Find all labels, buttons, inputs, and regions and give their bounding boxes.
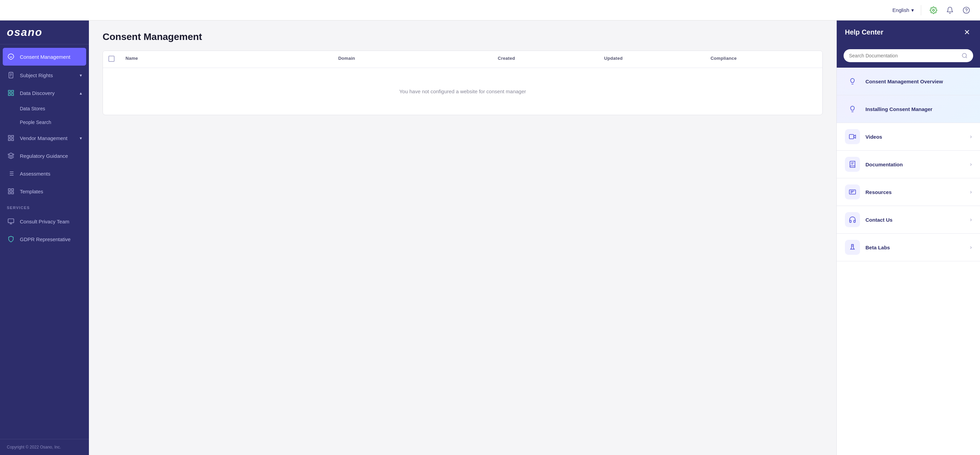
subject-rights-icon — [7, 71, 15, 79]
svg-rect-23 — [8, 189, 11, 191]
name-column: Name — [126, 55, 338, 63]
sidebar-item-regulatory-guidance[interactable]: Regulatory Guidance — [0, 147, 89, 165]
svg-point-35 — [853, 106, 854, 107]
sidebar-item-data-stores[interactable]: Data Stores — [0, 102, 89, 116]
sidebar-item-label: Assessments — [20, 171, 50, 177]
templates-icon — [7, 187, 15, 195]
sidebar-item-label: Templates — [20, 189, 43, 194]
sidebar-item-consent-management[interactable]: Consent Management — [3, 48, 86, 66]
chevron-right-icon: › — [970, 244, 972, 250]
help-item-installing-consent[interactable]: Installing Consent Manager — [837, 95, 980, 123]
notifications-icon[interactable] — [945, 5, 955, 16]
svg-rect-10 — [12, 90, 14, 93]
gdpr-icon — [7, 235, 15, 243]
sidebar-item-label: Vendor Management — [20, 135, 67, 141]
domain-column: Domain — [338, 55, 498, 63]
main-layout: osano Consent Management Subject Rights … — [0, 21, 980, 455]
flask-icon — [845, 240, 860, 255]
chevron-up-icon: ▴ — [80, 90, 82, 96]
regulatory-icon — [7, 152, 15, 160]
svg-rect-9 — [8, 90, 11, 93]
help-item-label: Beta Labs — [865, 244, 965, 250]
sidebar-item-subject-rights[interactable]: Subject Rights ▾ — [0, 66, 89, 84]
sidebar-item-label: Consult Privacy Team — [20, 219, 69, 224]
help-panel: Help Center Consent Management Overview — [836, 21, 980, 455]
assessments-icon — [7, 170, 15, 178]
svg-rect-11 — [8, 94, 11, 96]
sidebar-item-label: Data Discovery — [20, 90, 55, 96]
language-chevron: ▾ — [911, 7, 914, 13]
svg-point-34 — [853, 79, 854, 79]
close-button[interactable] — [962, 27, 972, 37]
search-icon — [961, 52, 968, 59]
data-discovery-icon — [7, 89, 15, 97]
sidebar-item-label: Consent Management — [20, 54, 70, 60]
svg-rect-26 — [12, 192, 14, 194]
search-input[interactable] — [849, 53, 959, 59]
help-title: Help Center — [845, 29, 883, 36]
chevron-right-icon: › — [970, 217, 972, 223]
updated-column: Updated — [604, 55, 711, 63]
help-icon[interactable] — [961, 5, 972, 16]
sidebar-footer: Copyright © 2022 Osano, Inc. — [0, 439, 89, 455]
svg-rect-36 — [850, 135, 854, 139]
chevron-right-icon: › — [970, 161, 972, 167]
help-item-label: Installing Consent Manager — [865, 106, 972, 112]
sidebar-nav: Consent Management Subject Rights ▾ Data… — [0, 44, 89, 439]
help-item-label: Consent Management Overview — [865, 79, 972, 84]
sidebar-item-label: Subject Rights — [20, 73, 53, 78]
lightbulb-icon — [845, 101, 860, 116]
compliance-column: Compliance — [711, 55, 817, 63]
sidebar-item-consult-privacy[interactable]: Consult Privacy Team — [0, 212, 89, 230]
help-item-documentation[interactable]: Documentation › — [837, 151, 980, 178]
help-item-label: Contact Us — [865, 217, 965, 223]
svg-rect-12 — [12, 94, 14, 96]
select-all-checkbox[interactable] — [108, 55, 115, 62]
headset-icon — [845, 212, 860, 227]
svg-rect-14 — [12, 136, 14, 138]
svg-rect-15 — [8, 139, 11, 141]
vendor-icon — [7, 134, 15, 142]
help-item-consent-overview[interactable]: Consent Management Overview — [837, 68, 980, 95]
help-item-resources[interactable]: Resources › — [837, 178, 980, 206]
page-header: Consent Management — [89, 21, 836, 51]
sidebar-item-data-discovery[interactable]: Data Discovery ▴ — [0, 84, 89, 102]
sidebar: osano Consent Management Subject Rights … — [0, 21, 89, 455]
consent-icon — [7, 52, 15, 61]
checkbox-column[interactable] — [108, 55, 126, 63]
search-container[interactable] — [843, 49, 973, 62]
sidebar-item-vendor-management[interactable]: Vendor Management ▾ — [0, 129, 89, 147]
help-item-label: Documentation — [865, 162, 965, 167]
language-label: English — [892, 7, 909, 13]
sidebar-item-people-search[interactable]: People Search — [0, 116, 89, 129]
help-item-label: Resources — [865, 189, 965, 195]
help-search-box — [837, 44, 980, 68]
video-icon — [845, 129, 860, 144]
help-item-contact[interactable]: Contact Us › — [837, 206, 980, 234]
sidebar-item-label: GDPR Representative — [20, 236, 70, 242]
header-icons — [928, 5, 972, 16]
top-header: English ▾ — [0, 0, 980, 21]
svg-point-32 — [962, 53, 966, 57]
svg-rect-25 — [8, 192, 11, 194]
page-title: Consent Management — [103, 32, 823, 42]
chevron-down-icon: ▾ — [80, 73, 82, 78]
sidebar-item-gdpr[interactable]: GDPR Representative — [0, 230, 89, 248]
logo-area: osano — [0, 21, 89, 44]
chevron-right-icon: › — [970, 133, 972, 140]
svg-line-33 — [966, 57, 967, 58]
settings-icon[interactable] — [928, 5, 939, 16]
svg-rect-27 — [8, 219, 14, 223]
help-item-label: Videos — [865, 134, 965, 140]
help-item-videos[interactable]: Videos › — [837, 123, 980, 151]
svg-point-0 — [932, 9, 934, 11]
sidebar-item-templates[interactable]: Templates — [0, 182, 89, 200]
help-item-beta-labs[interactable]: Beta Labs › — [837, 234, 980, 261]
svg-rect-24 — [12, 189, 14, 191]
sidebar-item-assessments[interactable]: Assessments — [0, 165, 89, 182]
language-selector[interactable]: English ▾ — [892, 7, 914, 13]
svg-rect-13 — [8, 136, 11, 138]
app-logo: osano — [7, 26, 82, 39]
table-header: Name Domain Created Updated Compliance — [103, 51, 822, 68]
created-column: Created — [498, 55, 604, 63]
